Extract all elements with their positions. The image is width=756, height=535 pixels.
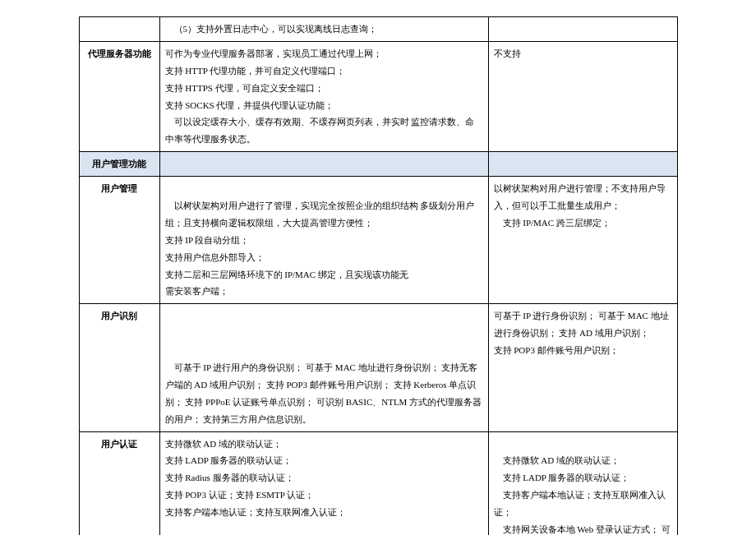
row-log-center: （5）支持外置日志中心，可以实现离线日志查询； — [79, 17, 677, 42]
cell-user-rec-right: 可基于 IP 进行身份识别； 可基于 MAC 地址进行身份识别； 支持 AD 域… — [488, 304, 677, 431]
cell-log-desc: （5）支持外置日志中心，可以实现离线日志查询； — [159, 17, 488, 42]
row-user-auth: 用户认证 支持微软 AD 域的联动认证； 支持 LADP 服务器的联动认证； 支… — [79, 431, 677, 535]
row-user-rec: 用户识别 可基于 IP 进行用户的身份识别； 可基于 MAC 地址进行身份识别；… — [79, 304, 677, 431]
cell-user-mgmt-right: 以树状架构对用户进行管理；不支持用户导入，但可以手工批量生成用户； 支持 IP/… — [488, 177, 677, 304]
row-user-mgmt: 用户管理 以树状架构对用户进行了管理，实现完全按照企业的组织结构 多级划分用户组… — [79, 177, 677, 304]
cell-user-rec-desc: 可基于 IP 进行用户的身份识别； 可基于 MAC 地址进行身份识别； 支持无客… — [159, 304, 488, 431]
cell-user-mgmt-label: 用户管理 — [79, 177, 159, 304]
cell-proxy-desc: 可作为专业代理服务器部署，实现员工通过代理上网； 支持 HTTP 代理功能，并可… — [159, 41, 488, 151]
cell-user-auth-desc: 支持微软 AD 域的联动认证； 支持 LADP 服务器的联动认证； 支持 Rad… — [159, 431, 488, 535]
cell-proxy-label: 代理服务器功能 — [79, 41, 159, 151]
row-proxy: 代理服务器功能 可作为专业代理服务器部署，实现员工通过代理上网； 支持 HTTP… — [79, 41, 677, 151]
cell-log-right — [488, 17, 677, 42]
cell-user-auth-right: 支持微软 AD 域的联动认证； 支持 LADP 服务器的联动认证； 支持客户端本… — [488, 431, 677, 535]
row-section-user: 用户管理功能 — [79, 152, 677, 177]
cell-section-empty2 — [159, 152, 488, 177]
cell-section-user-label: 用户管理功能 — [79, 152, 159, 177]
cell-proxy-right: 不支持 — [488, 41, 677, 151]
cell-user-auth-label: 用户认证 — [79, 431, 159, 535]
cell-section-empty3 — [488, 152, 677, 177]
cell-user-mgmt-desc: 以树状架构对用户进行了管理，实现完全按照企业的组织结构 多级划分用户组；且支持横… — [159, 177, 488, 304]
cell-user-rec-label: 用户识别 — [79, 304, 159, 431]
feature-comparison-table: （5）支持外置日志中心，可以实现离线日志查询； 代理服务器功能 可作为专业代理服… — [79, 16, 678, 535]
cell-empty — [79, 17, 159, 42]
